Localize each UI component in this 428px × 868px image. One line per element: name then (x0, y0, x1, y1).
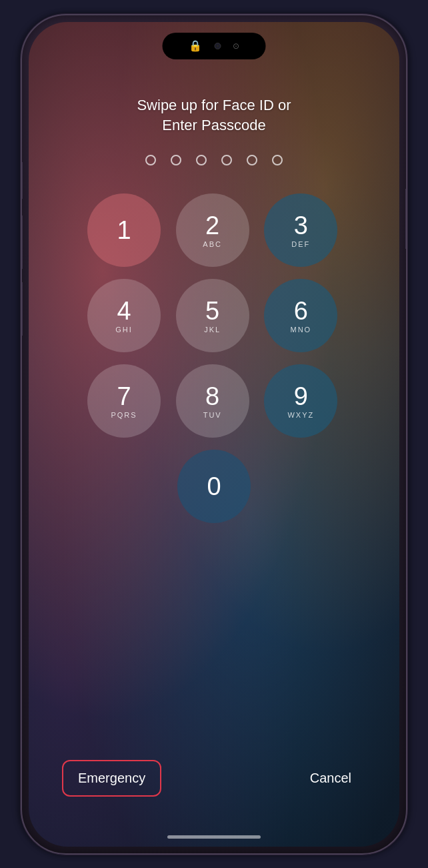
keypad-zero-row: 0 (177, 450, 251, 523)
face-id-sensor-icon: ⊙ (233, 41, 239, 51)
key-7-button[interactable]: 7 PQRS (87, 364, 161, 438)
key-3-number: 3 (294, 213, 308, 238)
key-4-button[interactable]: 4 GHI (87, 279, 161, 352)
key-4-letters: GHI (115, 326, 133, 334)
emergency-button[interactable]: Emergency (62, 760, 161, 797)
key-2-button[interactable]: 2 ABC (176, 193, 249, 267)
key-7-number: 7 (117, 384, 131, 409)
camera-dot (214, 43, 221, 49)
passcode-dot-1 (145, 155, 156, 165)
key-0-button[interactable]: 0 (177, 450, 251, 523)
key-3-letters: DEF (291, 240, 310, 248)
key-1-button[interactable]: 1 (87, 193, 161, 267)
key-9-letters: WXYZ (287, 411, 314, 419)
mute-button[interactable] (21, 162, 23, 199)
lock-icon: 🔒 (189, 39, 202, 52)
key-6-button[interactable]: 6 MNO (264, 279, 337, 352)
key-8-number: 8 (205, 384, 219, 409)
passcode-dot-3 (196, 155, 207, 165)
passcode-dot-4 (221, 155, 232, 165)
lock-screen-prompt: Swipe up for Face ID or Enter Passcode (137, 95, 291, 137)
key-0-number: 0 (207, 474, 221, 499)
volume-down-button[interactable] (21, 282, 23, 336)
cancel-label: Cancel (310, 771, 351, 785)
key-6-number: 6 (294, 298, 308, 324)
key-1-number: 1 (117, 218, 131, 243)
key-6-letters: MNO (290, 326, 311, 334)
key-8-letters: TUV (203, 411, 222, 419)
dynamic-island: 🔒 ⊙ (163, 33, 266, 59)
passcode-dots (145, 155, 283, 165)
key-5-letters: JKL (204, 326, 221, 334)
passcode-dot-5 (247, 155, 257, 165)
key-7-letters: PQRS (111, 411, 137, 419)
key-4-number: 4 (117, 298, 131, 324)
phone-frame: 🔒 ⊙ Swipe up for Face ID or Enter Passco… (21, 14, 407, 855)
key-9-button[interactable]: 9 WXYZ (264, 364, 337, 438)
power-button[interactable] (405, 189, 407, 249)
passcode-dot-2 (171, 155, 181, 165)
key-9-number: 9 (294, 384, 308, 409)
key-5-button[interactable]: 5 JKL (176, 279, 249, 352)
passcode-dot-6 (272, 155, 283, 165)
volume-up-button[interactable] (21, 215, 23, 269)
screen-content: Swipe up for Face ID or Enter Passcode 1 (29, 22, 399, 847)
key-3-button[interactable]: 3 DEF (264, 193, 337, 267)
bottom-bar: Emergency Cancel (29, 753, 399, 847)
key-8-button[interactable]: 8 TUV (176, 364, 249, 438)
emergency-label: Emergency (78, 771, 145, 785)
keypad-grid: 1 2 ABC 3 DEF 4 GHI 5 JKL (87, 193, 341, 438)
key-5-number: 5 (205, 298, 219, 324)
home-indicator[interactable] (167, 835, 261, 839)
key-2-letters: ABC (203, 240, 222, 248)
bottom-actions: Emergency Cancel (29, 760, 399, 797)
key-2-number: 2 (205, 213, 219, 238)
phone-screen: 🔒 ⊙ Swipe up for Face ID or Enter Passco… (29, 22, 399, 847)
cancel-button[interactable]: Cancel (295, 761, 366, 795)
